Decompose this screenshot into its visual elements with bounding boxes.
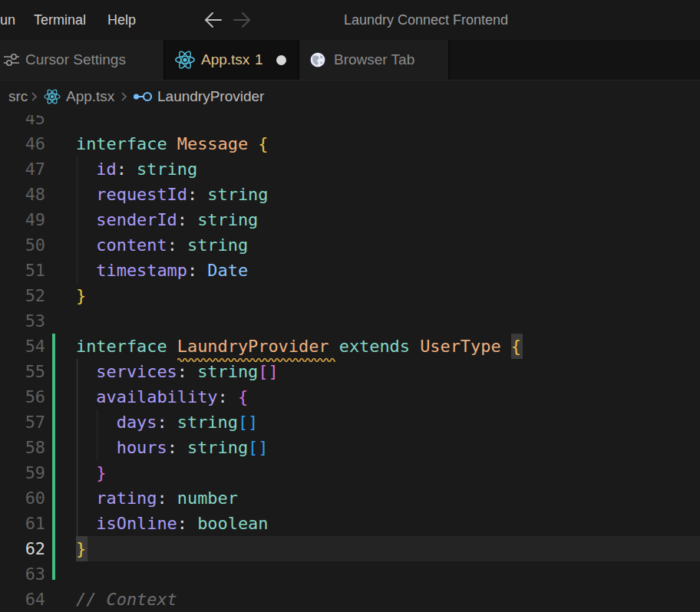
code-line-text: hours: string[] [76,435,268,460]
line-number: 64 [0,587,45,612]
line-number: 55 [0,359,45,384]
menu-item-run[interactable]: un [0,0,15,40]
menubar: un Terminal Help Laundry Connect Fronten… [0,0,700,40]
line-number: 58 [0,435,45,460]
code-line: 57 days: string[] [0,410,700,435]
code-line-text: } [76,283,86,308]
breadcrumb: src App.tsx LaundryProvider [0,81,700,113]
line-number: 60 [0,485,45,511]
window-title: Laundry Connect Frontend [344,0,508,40]
menu-item-help[interactable]: Help [107,0,136,40]
react-icon [44,88,61,105]
tab-label: Cursor Settings [25,51,126,68]
chevron-right-icon [29,91,39,102]
breadcrumb-item-symbol[interactable]: LaundryProvider [157,81,264,113]
line-number: 47 [0,156,45,182]
line-number: 52 [0,283,45,308]
code-line: 64// Context [0,587,700,612]
tab-label: App.tsx [201,51,249,68]
code-line: 45 [0,115,700,131]
code-line: 56 availability: { [0,384,700,410]
line-number: 45 [0,115,45,131]
chevron-right-icon [119,91,129,102]
code-line: 63 [0,561,700,587]
code-line: 50 content: string [0,232,700,258]
code-line-text: rating: number [76,485,238,511]
code-line-text: id: string [76,156,197,182]
breadcrumb-item-src[interactable]: src [8,81,28,113]
code-line-text: days: string[] [76,410,258,435]
line-number: 49 [0,207,45,232]
code-line-text: } [76,460,107,485]
code-line: 46interface Message { [0,131,700,156]
code-line-text: // Context [76,587,177,612]
code-line: 47 id: string [0,156,700,182]
line-number: 50 [0,232,45,258]
line-number: 63 [0,561,45,587]
code-line: 60 rating: number [0,485,700,511]
code-line-text: interface Message { [76,131,268,156]
forward-arrow-icon [230,8,253,31]
code-line: 49 senderId: string [0,207,700,232]
code-line: 59 } [0,460,700,485]
tab-app-tsx[interactable]: App.tsx 1 [165,40,299,80]
code-line-text: timestamp: Date [76,258,248,283]
tab-badge: 1 [255,51,263,68]
code-line: 51 timestamp: Date [0,258,700,283]
code-line: 52} [0,283,700,308]
line-number: 56 [0,384,45,410]
breadcrumb-item-file[interactable]: App.tsx [66,81,114,113]
code-line: 61 isOnline: boolean [0,511,700,536]
code-line: 55 services: string[] [0,359,700,384]
line-number: 57 [0,410,45,435]
code-line: 48 requestId: string [0,182,700,207]
sliders-icon [3,52,20,67]
code-line-text: isOnline: boolean [76,511,268,536]
line-number: 59 [0,460,45,485]
line-number: 51 [0,258,45,283]
line-number: 46 [0,131,45,156]
code-line-text: senderId: string [76,207,258,232]
code-line-text: availability: { [76,384,248,410]
code-line-text: content: string [76,232,248,258]
react-icon [175,50,195,70]
interface-symbol-icon [134,91,153,102]
tab-label: Browser Tab [334,51,414,68]
modified-dot[interactable] [276,55,286,65]
tab-bar: Cursor Settings App.tsx 1 [0,40,700,81]
code-line: 53 [0,308,700,334]
code-editor[interactable]: 4546interface Message {47 id: string48 r… [0,115,700,612]
back-arrow-icon[interactable] [202,8,225,31]
globe-icon [309,51,326,68]
line-number: 54 [0,334,45,359]
code-line: 54interface LaundryProvider extends User… [0,334,700,359]
code-line-text: requestId: string [76,182,268,207]
code-line-text: } [76,536,86,561]
line-number: 48 [0,182,45,207]
line-number: 53 [0,308,45,334]
code-line: 62} [0,536,700,561]
code-line-text: services: string[] [76,359,279,384]
line-number: 61 [0,511,45,536]
code-line: 58 hours: string[] [0,435,700,460]
line-number: 62 [0,536,45,561]
menu-item-terminal[interactable]: Terminal [34,0,86,40]
tab-browser-tab[interactable]: Browser Tab [299,40,450,80]
code-line-text: interface LaundryProvider extends UserTy… [76,334,521,359]
tab-cursor-settings[interactable]: Cursor Settings [0,40,165,80]
